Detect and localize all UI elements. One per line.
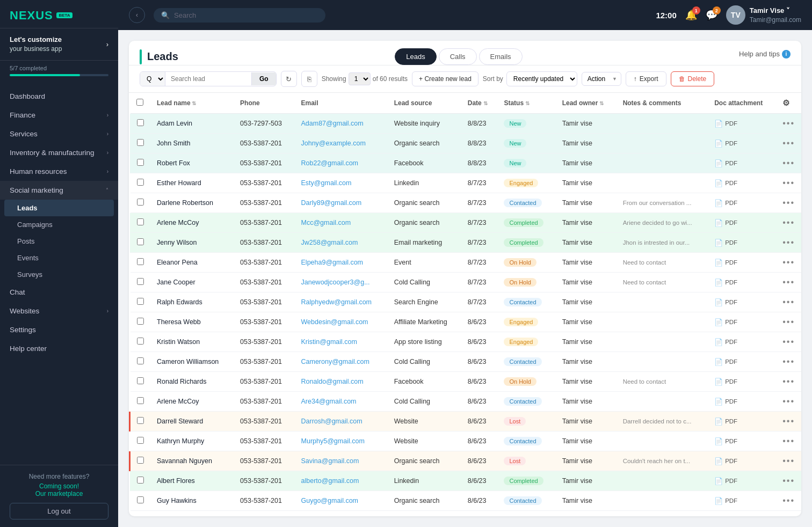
delete-button[interactable]: 🗑 Delete	[671, 71, 715, 86]
sidebar-subitem-posts[interactable]: Posts	[0, 233, 118, 250]
row-more[interactable]: •••	[776, 412, 801, 431]
copy-button[interactable]: ⎘	[301, 71, 317, 87]
pdf-label[interactable]: PDF	[725, 358, 737, 365]
row-lead-name[interactable]: John Smith	[150, 134, 234, 153]
pdf-label[interactable]: PDF	[725, 120, 737, 127]
user-menu[interactable]: TV Tamir Vise ˅ Tamir@gmail.com	[726, 5, 801, 25]
back-button[interactable]: ‹	[129, 7, 145, 23]
page-select[interactable]: 1	[349, 72, 371, 85]
row-checkbox[interactable]	[137, 417, 144, 424]
row-more[interactable]: •••	[776, 273, 801, 292]
row-lead-name[interactable]: Adam Levin	[150, 114, 234, 134]
row-doc[interactable]: 📄 PDF	[708, 392, 776, 412]
row-more[interactable]: •••	[776, 332, 801, 352]
settings-gear-icon[interactable]: ⚙	[782, 98, 789, 107]
row-lead-name[interactable]: Darlene Robertson	[150, 193, 234, 213]
row-checkbox[interactable]	[137, 139, 144, 146]
create-lead-button[interactable]: + Create new lead	[412, 71, 479, 86]
sidebar-subitem-campaigns[interactable]: Campaigns	[0, 216, 118, 233]
pdf-label[interactable]: PDF	[725, 259, 737, 266]
row-doc[interactable]: 📄 PDF	[708, 253, 776, 273]
row-lead-name[interactable]: Kristin Watson	[150, 332, 234, 352]
search-type-select[interactable]: Q	[140, 72, 165, 86]
row-lead-name[interactable]: Kathryn Murphy	[150, 431, 234, 451]
row-checkbox[interactable]	[137, 477, 144, 484]
row-doc[interactable]: 📄 PDF	[708, 193, 776, 213]
row-lead-name[interactable]: Jenny Wilson	[150, 233, 234, 253]
row-more[interactable]: •••	[776, 431, 801, 451]
notification-button[interactable]: 🔔 1	[685, 9, 697, 21]
more-options-button[interactable]: •••	[782, 436, 795, 445]
row-lead-name[interactable]: Cameron Williamson	[150, 352, 234, 372]
sidebar-item-finance[interactable]: Finance ›	[0, 106, 118, 125]
row-doc[interactable]: 📄 PDF	[708, 491, 776, 511]
row-more[interactable]: •••	[776, 392, 801, 412]
row-more[interactable]: •••	[776, 312, 801, 332]
row-checkbox[interactable]	[137, 318, 144, 325]
more-options-button[interactable]: •••	[782, 198, 795, 207]
more-options-button[interactable]: •••	[782, 119, 795, 128]
th-lead-owner[interactable]: Lead owner	[556, 93, 617, 114]
sidebar-subitem-surveys[interactable]: Surveys	[0, 266, 118, 283]
sidebar-item-inventory[interactable]: Inventory & manufacturing ›	[0, 143, 118, 162]
more-options-button[interactable]: •••	[782, 496, 795, 505]
row-more[interactable]: •••	[776, 173, 801, 193]
search-input[interactable]	[174, 11, 318, 19]
row-more[interactable]: •••	[776, 292, 801, 312]
row-more[interactable]: •••	[776, 114, 801, 134]
row-checkbox[interactable]	[137, 278, 144, 285]
row-doc[interactable]: 📄 PDF	[708, 233, 776, 253]
row-checkbox[interactable]	[137, 159, 144, 166]
pdf-label[interactable]: PDF	[725, 299, 737, 305]
more-options-button[interactable]: •••	[782, 357, 795, 366]
row-doc[interactable]: 📄 PDF	[708, 153, 776, 173]
row-lead-name[interactable]: Albert Flores	[150, 471, 234, 491]
tab-emails[interactable]: Emails	[479, 48, 523, 65]
row-doc[interactable]: 📄 PDF	[708, 431, 776, 451]
row-checkbox[interactable]	[137, 457, 144, 464]
more-options-button[interactable]: •••	[782, 277, 795, 287]
sidebar-item-chat[interactable]: Chat	[0, 283, 118, 302]
pdf-label[interactable]: PDF	[725, 200, 737, 206]
row-more[interactable]: •••	[776, 372, 801, 392]
pdf-label[interactable]: PDF	[725, 497, 737, 504]
pdf-label[interactable]: PDF	[725, 279, 737, 286]
footer-link-coming-soon[interactable]: Coming soon!	[10, 482, 108, 490]
sidebar-item-hr[interactable]: Human resources ›	[0, 162, 118, 181]
sort-select[interactable]: Recently updated	[506, 71, 577, 86]
tab-calls[interactable]: Calls	[439, 48, 477, 65]
pdf-label[interactable]: PDF	[725, 219, 737, 226]
pdf-label[interactable]: PDF	[725, 180, 737, 186]
sidebar-item-settings[interactable]: Settings	[0, 320, 118, 339]
pdf-label[interactable]: PDF	[725, 140, 737, 147]
row-doc[interactable]: 📄 PDF	[708, 134, 776, 153]
action-select[interactable]: Action	[582, 72, 621, 86]
row-more[interactable]: •••	[776, 451, 801, 471]
row-doc[interactable]: 📄 PDF	[708, 332, 776, 352]
row-lead-name[interactable]: Arlene McCoy	[150, 392, 234, 412]
more-options-button[interactable]: •••	[782, 297, 795, 306]
sidebar-subitem-events[interactable]: Events	[0, 250, 118, 266]
row-lead-name[interactable]: Ronald Richards	[150, 372, 234, 392]
row-more[interactable]: •••	[776, 253, 801, 273]
select-all-checkbox[interactable]	[136, 99, 143, 106]
th-settings[interactable]: ⚙	[776, 93, 801, 114]
row-doc[interactable]: 📄 PDF	[708, 312, 776, 332]
row-checkbox[interactable]	[137, 397, 144, 404]
more-options-button[interactable]: •••	[782, 416, 795, 426]
footer-link-marketplace[interactable]: Our marketplace	[10, 490, 108, 497]
row-more[interactable]: •••	[776, 352, 801, 372]
more-options-button[interactable]: •••	[782, 258, 795, 267]
more-options-button[interactable]: •••	[782, 317, 795, 326]
row-checkbox[interactable]	[137, 238, 144, 245]
sidebar-item-services[interactable]: Services ›	[0, 125, 118, 143]
search-lead-input[interactable]	[165, 72, 251, 85]
customize-section[interactable]: Let's customize your business app ›	[0, 28, 118, 61]
pdf-label[interactable]: PDF	[725, 438, 737, 444]
sidebar-subitem-leads[interactable]: Leads	[4, 200, 114, 216]
row-lead-name[interactable]: Robert Fox	[150, 153, 234, 173]
row-more[interactable]: •••	[776, 233, 801, 253]
th-lead-name[interactable]: Lead name	[150, 93, 234, 114]
row-checkbox[interactable]	[137, 437, 144, 444]
pdf-label[interactable]: PDF	[725, 418, 737, 424]
